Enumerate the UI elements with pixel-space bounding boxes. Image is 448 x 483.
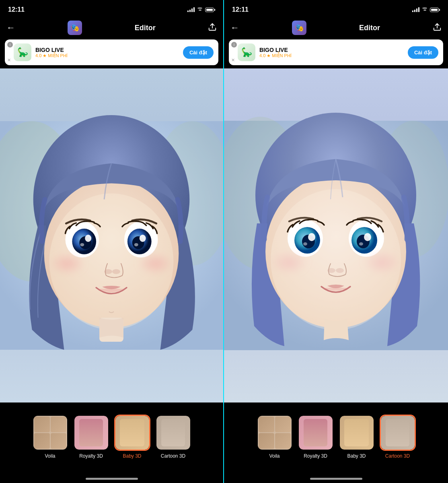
- main-image-left: [0, 68, 223, 402]
- svg-point-16: [134, 243, 138, 246]
- bottom-panel-left: Voila Royalty 3D Baby 3D: [0, 402, 223, 483]
- editor-title-right: Editor: [359, 24, 380, 32]
- svg-point-20: [138, 252, 174, 275]
- signal-icon: [187, 7, 195, 12]
- ad-install-button-right[interactable]: Cài đặt: [408, 46, 438, 59]
- filter-thumb-voila-right[interactable]: [257, 415, 293, 451]
- right-panel: 12:11 ← 🎭 Editor: [224, 0, 448, 483]
- filter-thumb-royalty-right[interactable]: [298, 415, 334, 451]
- face-illustration-left: [0, 68, 223, 402]
- filter-thumb-cartoon-left[interactable]: [155, 415, 191, 451]
- main-image-right: [224, 68, 448, 402]
- ad-install-button-left[interactable]: Cài đặt: [183, 46, 214, 59]
- time-left: 12:11: [8, 6, 25, 13]
- app-icon-left: 🎭: [68, 21, 82, 35]
- battery-icon-right: [430, 8, 440, 12]
- svg-point-17: [104, 269, 112, 274]
- back-button-left[interactable]: ←: [6, 23, 15, 32]
- ad-banner-right: i ✕ 🦕 BIGO LIVE 4.0 ★ MIỄN PHÍ Cài đặt: [229, 39, 443, 65]
- svg-point-33: [303, 242, 307, 246]
- home-indicator-left: [86, 478, 138, 480]
- back-button-right[interactable]: ←: [230, 23, 239, 32]
- wifi-icon: [197, 8, 203, 12]
- svg-point-38: [359, 242, 363, 246]
- ad-logo-left: 🦕: [14, 43, 31, 61]
- ad-text-right: BIGO LIVE 4.0 ★ MIỄN PHÍ: [259, 47, 404, 58]
- header-left: ← 🎭 Editor: [0, 18, 223, 38]
- ad-logo-right: 🦕: [238, 43, 255, 61]
- ad-subtitle-left: 4.0 ★ MIỄN PHÍ: [35, 53, 179, 58]
- filter-row-right: Voila Royalty 3D Baby 3D: [228, 415, 444, 459]
- ad-title-right: BIGO LIVE: [259, 47, 404, 53]
- svg-point-32: [308, 233, 315, 241]
- svg-point-37: [364, 233, 371, 241]
- header-right: ← 🎭 Editor: [224, 18, 448, 38]
- svg-point-18: [112, 269, 120, 274]
- svg-point-39: [327, 268, 335, 273]
- status-icons-left: [187, 7, 215, 12]
- face-svg-right: [224, 68, 448, 402]
- app-icon-right: 🎭: [292, 21, 306, 35]
- svg-point-40: [336, 268, 344, 273]
- bottom-panel-right: Voila Royalty 3D Baby 3D: [224, 402, 448, 483]
- filter-row-left: Voila Royalty 3D Baby 3D: [4, 415, 219, 459]
- status-bar-right: 12:11: [224, 0, 448, 18]
- ad-info-icon-left[interactable]: i: [7, 42, 13, 47]
- filter-thumb-voila-left[interactable]: [32, 415, 68, 451]
- filter-cartoon-right[interactable]: Cartoon 3D: [380, 415, 416, 459]
- filter-royalty-right[interactable]: Royalty 3D: [298, 415, 334, 459]
- filter-royalty-left[interactable]: Royalty 3D: [73, 415, 109, 459]
- status-bar-left: 12:11: [0, 0, 223, 18]
- svg-point-42: [363, 250, 401, 275]
- filter-voila-right[interactable]: Voila: [257, 415, 293, 459]
- filter-thumb-royalty-left[interactable]: [73, 415, 109, 451]
- upload-button-right[interactable]: [433, 23, 442, 33]
- filter-label-baby-right: Baby 3D: [347, 453, 366, 459]
- filter-thumb-baby-right[interactable]: [339, 415, 375, 451]
- signal-icon-right: [412, 7, 419, 12]
- editor-title-left: Editor: [135, 24, 156, 32]
- wifi-icon-right: [422, 8, 427, 12]
- face-illustration-right: [224, 68, 448, 402]
- filter-baby-right[interactable]: Baby 3D: [339, 415, 375, 459]
- filter-label-cartoon-right: Cartoon 3D: [385, 453, 410, 459]
- ad-close-left[interactable]: ✕: [7, 58, 11, 63]
- filter-thumb-cartoon-right[interactable]: [380, 415, 416, 451]
- ad-banner-left: i ✕ 🦕 BIGO LIVE 4.0 ★ MIỄN PHÍ Cài đặt: [5, 39, 218, 65]
- ad-subtitle-right: 4.0 ★ MIỄN PHÍ: [259, 53, 404, 58]
- filter-label-royalty-left: Royalty 3D: [79, 453, 103, 459]
- svg-point-11: [80, 243, 84, 246]
- time-right: 12:11: [232, 6, 249, 13]
- left-panel: 12:11 ← 🎭 Editor: [0, 0, 224, 483]
- ad-close-right[interactable]: ✕: [231, 58, 235, 63]
- filter-label-voila-left: Voila: [45, 453, 55, 459]
- filter-baby-left[interactable]: Baby 3D: [114, 415, 150, 459]
- filter-label-royalty-right: Royalty 3D: [304, 453, 327, 459]
- svg-point-19: [49, 252, 86, 275]
- status-icons-right: [412, 7, 440, 12]
- filter-label-voila-right: Voila: [269, 453, 279, 459]
- ad-title-left: BIGO LIVE: [35, 47, 179, 53]
- face-svg-left: [0, 68, 223, 402]
- svg-point-15: [140, 235, 146, 242]
- ad-text-left: BIGO LIVE 4.0 ★ MIỄN PHÍ: [35, 47, 179, 58]
- filter-label-baby-left: Baby 3D: [123, 453, 141, 459]
- svg-point-10: [85, 235, 91, 242]
- filter-voila-left[interactable]: Voila: [32, 415, 68, 459]
- filter-thumb-baby-left[interactable]: [114, 415, 150, 451]
- upload-button-left[interactable]: [208, 23, 217, 33]
- filter-cartoon-left[interactable]: Cartoon 3D: [155, 415, 191, 459]
- home-indicator-right: [310, 478, 362, 480]
- svg-point-41: [270, 250, 308, 275]
- filter-label-cartoon-left: Cartoon 3D: [161, 453, 185, 459]
- ad-info-icon-right[interactable]: i: [231, 42, 237, 47]
- battery-icon: [205, 8, 215, 12]
